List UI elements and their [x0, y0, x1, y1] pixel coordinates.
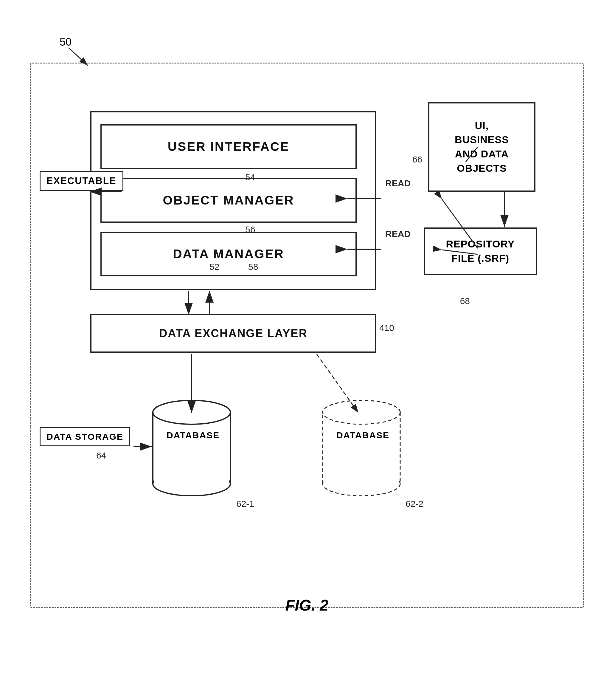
executable-box: EXECUTABLE — [40, 171, 123, 191]
data-exchange-layer: DATA EXCHANGE LAYER — [90, 314, 376, 353]
executable-label: EXECUTABLE — [47, 175, 116, 186]
data-storage-label: DATA STORAGE — [47, 432, 123, 441]
data-manager-layer: DATA MANAGER — [100, 232, 357, 276]
data-storage-box: DATA STORAGE — [40, 427, 130, 446]
repository-file-label: REPOSITORYFILE (.SRF) — [446, 237, 515, 265]
main-boundary-box: USER INTERFACE OBJECT MANAGER DATA MANAG… — [30, 63, 584, 608]
svg-point-6 — [153, 400, 230, 424]
read-label-1: READ — [385, 178, 411, 188]
database-1-icon — [150, 395, 233, 496]
label-62-2: 62-2 — [406, 499, 423, 509]
label-410: 410 — [379, 323, 394, 333]
svg-point-11 — [323, 400, 400, 424]
read-label-2: READ — [385, 229, 411, 239]
label-62-1: 62-1 — [236, 499, 254, 509]
label-68: 68 — [460, 296, 470, 306]
label-58: 58 — [248, 262, 258, 272]
figure-caption: FIG. 2 — [285, 596, 328, 614]
label-52: 52 — [209, 262, 219, 272]
ui-biz-objects-box: UI,BUSINESSAND DATAOBJECTS — [428, 102, 536, 192]
object-manager-label: OBJECT MANAGER — [163, 193, 294, 208]
database-2-icon — [320, 395, 403, 496]
ui-biz-objects-label: UI,BUSINESSAND DATAOBJECTS — [455, 118, 509, 175]
repository-file-box: REPOSITORYFILE (.SRF) — [424, 227, 537, 275]
label-64: 64 — [96, 450, 106, 461]
user-interface-label: USER INTERFACE — [168, 139, 289, 154]
object-manager-layer: OBJECT MANAGER — [100, 178, 357, 223]
data-manager-label: DATA MANAGER — [173, 247, 284, 261]
user-interface-layer: USER INTERFACE — [100, 124, 357, 169]
data-exchange-label: DATA EXCHANGE LAYER — [159, 327, 307, 340]
label-66: 66 — [412, 154, 422, 165]
layers-container: USER INTERFACE OBJECT MANAGER DATA MANAG… — [90, 111, 376, 290]
label-56: 56 — [245, 225, 255, 235]
database-1-label: DATABASE — [154, 430, 232, 440]
label-54: 54 — [245, 172, 255, 183]
database-2-label: DATABASE — [324, 430, 402, 440]
